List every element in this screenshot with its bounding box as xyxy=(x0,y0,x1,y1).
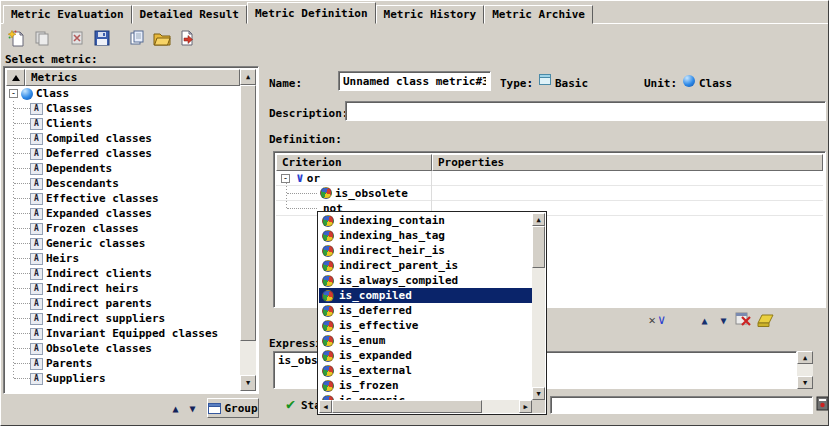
scroll-thumb[interactable] xyxy=(240,85,256,341)
criterion-option[interactable]: is_generic xyxy=(319,393,532,400)
tree-item[interactable]: A Indirect heirs xyxy=(6,281,240,296)
scroll-thumb[interactable] xyxy=(332,400,482,413)
scroll-up-icon[interactable]: ▲ xyxy=(797,351,813,364)
collapse-icon[interactable]: - xyxy=(9,89,18,98)
scroll-down-icon[interactable]: ▼ xyxy=(532,387,545,400)
tree-item[interactable]: A Heirs xyxy=(6,251,240,266)
metrics-column-header[interactable]: Metrics xyxy=(25,69,240,86)
change-operator-button[interactable]: ✕ ∨ xyxy=(641,311,673,329)
move-criterion-down-button[interactable]: ▼ xyxy=(715,311,732,329)
dropdown-vertical-scrollbar[interactable]: ▲ ▼ xyxy=(532,213,545,400)
class-metric-icon: A xyxy=(30,283,43,295)
metric-tool-window: Metric Evaluation Detailed Result Metric… xyxy=(0,0,829,426)
name-input[interactable] xyxy=(338,71,491,91)
move-criterion-up-button[interactable]: ▲ xyxy=(696,311,713,329)
group-button[interactable]: Group xyxy=(207,398,259,418)
tree-item[interactable]: A Effective classes xyxy=(6,191,240,206)
criterion-option[interactable]: indexing_contain xyxy=(319,213,532,228)
tab-metric-definition[interactable]: Metric Definition xyxy=(247,2,376,24)
tree-item[interactable]: A Descendants xyxy=(6,176,240,191)
tree-footer: ▲ ▼ Group xyxy=(167,398,259,418)
open-metrics-button[interactable] xyxy=(149,27,174,49)
class-metric-icon: A xyxy=(30,238,43,250)
move-metric-up-button[interactable]: ▲ xyxy=(167,400,184,417)
down-arrow-icon: ▼ xyxy=(189,403,195,414)
sort-button[interactable] xyxy=(6,69,25,86)
copy-icon xyxy=(34,30,50,46)
definition-row-criterion[interactable]: is_obsolete xyxy=(276,186,823,201)
criterion-option[interactable]: indirect_heir_is xyxy=(319,243,532,258)
tree-item[interactable]: A Classes xyxy=(6,101,240,116)
column-header-properties[interactable]: Properties xyxy=(432,154,823,171)
scroll-right-icon[interactable]: ▶ xyxy=(519,400,532,413)
criterion-option[interactable]: is_effective xyxy=(319,318,532,333)
class-metric-icon: A xyxy=(30,358,43,370)
tab-metric-archive[interactable]: Metric Archive xyxy=(484,5,593,24)
tree-item[interactable]: A Suppliers xyxy=(6,371,240,386)
criterion-option[interactable]: is_expanded xyxy=(319,348,532,363)
description-input[interactable] xyxy=(345,101,826,121)
expression-scrollbar[interactable]: ▲ ▼ xyxy=(797,351,813,389)
scroll-down-icon[interactable]: ▼ xyxy=(797,376,813,389)
open-folder-icon xyxy=(153,31,171,46)
import-metrics-button[interactable] xyxy=(124,27,149,49)
tree-item-label: Heirs xyxy=(43,252,79,265)
tab-metric-history[interactable]: Metric History xyxy=(376,5,485,24)
class-metric-icon: A xyxy=(30,343,43,355)
tab-detailed-result[interactable]: Detailed Result xyxy=(132,5,247,24)
tree-item[interactable]: A Clients xyxy=(6,116,240,131)
new-metric-button[interactable] xyxy=(4,27,29,49)
criterion-option[interactable]: is_enum xyxy=(319,333,532,348)
criterion-option[interactable]: is_frozen xyxy=(319,378,532,393)
tree-item[interactable]: A Parents xyxy=(6,356,240,371)
tab-bar: Metric Evaluation Detailed Result Metric… xyxy=(3,2,593,24)
criterion-option[interactable]: is_always_compiled xyxy=(319,273,532,288)
copy-metric-button[interactable] xyxy=(29,27,54,49)
criterion-option[interactable]: is_external xyxy=(319,363,532,378)
criterion-option[interactable]: is_deferred xyxy=(319,303,532,318)
criterion-icon xyxy=(322,305,334,317)
tree-item[interactable]: A Indirect clients xyxy=(6,266,240,281)
tree-item[interactable]: A Dependents xyxy=(6,161,240,176)
comment-button[interactable] xyxy=(815,395,829,413)
scroll-up-icon[interactable]: ▲ xyxy=(532,213,545,226)
collapse-icon[interactable]: - xyxy=(281,174,290,183)
tree-item-class[interactable]: - Class xyxy=(6,86,240,101)
scroll-down-icon[interactable]: ▼ xyxy=(240,375,256,391)
tree-item[interactable]: A Indirect parents xyxy=(6,296,240,311)
scroll-thumb[interactable] xyxy=(532,226,545,268)
tree-item-label: Expanded classes xyxy=(43,207,152,220)
tree-item[interactable]: A Obsolete classes xyxy=(6,341,240,356)
tree-item[interactable]: A Expanded classes xyxy=(6,206,240,221)
tree-item[interactable]: A Deferred classes xyxy=(6,146,240,161)
move-metric-down-button[interactable]: ▼ xyxy=(184,400,201,417)
remove-metric-button[interactable] xyxy=(64,27,89,49)
criterion-dropdown: indexing_contain indexing_has_tag indire… xyxy=(317,211,547,415)
dropdown-horizontal-scrollbar[interactable]: ◀ ▶ xyxy=(319,400,532,413)
tab-metric-evaluation[interactable]: Metric Evaluation xyxy=(3,5,132,24)
tree-scrollbar[interactable]: ▲ ▼ xyxy=(240,69,256,391)
definition-row-or[interactable]: - ∨ or xyxy=(276,171,823,186)
scroll-up-icon[interactable]: ▲ xyxy=(240,69,256,85)
criterion-option[interactable]: indexing_has_tag xyxy=(319,228,532,243)
tree-item-label: Indirect parents xyxy=(43,297,152,310)
down-arrow-icon: ▼ xyxy=(720,315,726,326)
tree-item[interactable]: A Frozen classes xyxy=(6,221,240,236)
scroll-left-icon[interactable]: ◀ xyxy=(319,400,332,413)
criterion-icon xyxy=(322,290,334,302)
remove-criterion-button[interactable] xyxy=(734,310,753,328)
tree-connector xyxy=(14,303,30,304)
export-metrics-button[interactable] xyxy=(174,27,199,49)
criterion-option[interactable]: is_compiled xyxy=(319,288,532,303)
basic-type-icon xyxy=(539,74,551,85)
status-input[interactable] xyxy=(550,396,813,414)
column-header-criterion[interactable]: Criterion xyxy=(276,154,432,171)
criterion-option[interactable]: indirect_parent_is xyxy=(319,258,532,273)
clear-definition-button[interactable] xyxy=(755,312,776,330)
tree-item[interactable]: A Indirect suppliers xyxy=(6,311,240,326)
save-icon xyxy=(94,30,110,46)
tree-item[interactable]: A Compiled classes xyxy=(6,131,240,146)
tree-item[interactable]: A Invariant Equipped classes xyxy=(6,326,240,341)
tree-item[interactable]: A Generic classes xyxy=(6,236,240,251)
save-metric-button[interactable] xyxy=(89,27,114,49)
